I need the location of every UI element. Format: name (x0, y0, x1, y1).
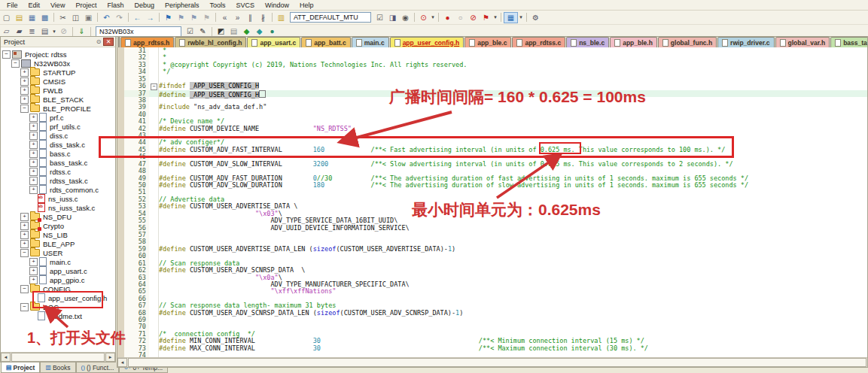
rebuild-icon[interactable]: ≣ (26, 26, 38, 37)
workspace-tab--funct-[interactable]: ()() Funct... (76, 362, 120, 373)
editor-hscrollbar[interactable]: ◂ (117, 357, 867, 367)
new-file-icon[interactable]: ▢ (0, 12, 13, 23)
cut-icon[interactable]: ✂ (56, 12, 69, 23)
batch-build-icon[interactable]: ▤ (38, 26, 51, 37)
code-line[interactable]: 31 * (117, 47, 867, 54)
find-dropdown[interactable]: ▾ (430, 14, 436, 20)
code-line[interactable]: 42#define CUSTOM_DEVICE_NAME "NS_RDTSS" (117, 126, 867, 132)
editor-tab-app-user-config-h[interactable]: app_user_config.h (390, 37, 464, 47)
flash-download-icon[interactable]: ⇓ (75, 26, 88, 37)
editor-tab-app-rdtss-c[interactable]: app_rdtss.c (512, 37, 565, 47)
menu-file[interactable]: File (2, 2, 23, 9)
code-line[interactable]: 33 * @copyright Copyright (c) 2019, Nati… (117, 62, 867, 68)
menu-peripherals[interactable]: Peripherals (160, 2, 205, 9)
manage-rte-icon[interactable]: ◩ (215, 26, 227, 37)
expand-icon[interactable]: + (20, 240, 29, 248)
save-icon[interactable]: ▦ (26, 12, 38, 23)
expand-icon[interactable]: + (29, 258, 38, 266)
collapse-icon[interactable]: − (20, 303, 29, 311)
nav-back-icon[interactable]: ← (131, 12, 144, 23)
tree-item-ns-lib[interactable]: +NS_LIB (1, 230, 115, 239)
pack-web-icon[interactable]: ● (266, 26, 279, 37)
code-line[interactable]: 73#define MAX_CONN_INTERVAL 30 /**< Maxi… (117, 345, 867, 352)
tree-item-ble-app[interactable]: +BLE_APP (1, 239, 115, 248)
build-icon[interactable]: ▰ (13, 26, 26, 37)
tree-item-crypto[interactable]: +Crypto (1, 221, 115, 230)
scroll-left-icon[interactable]: ◂ (1, 353, 11, 362)
windows-dropdown[interactable]: ▾ (518, 14, 524, 20)
editor-tab-global-var-h[interactable]: global_var.h (775, 37, 830, 47)
tree-item-ns-iuss-c[interactable]: ns_iuss.c (1, 194, 115, 203)
editor-tab-app-ble-h[interactable]: app_ble.h (610, 37, 657, 47)
menu-debug[interactable]: Debug (129, 2, 160, 9)
translate-icon[interactable]: ▱ (0, 26, 13, 37)
save-all-icon[interactable]: ▩ (38, 12, 51, 23)
tree-item-n32wb03x[interactable]: −N32WB03x (1, 59, 115, 68)
expand-icon[interactable]: + (29, 168, 38, 176)
expand-icon[interactable]: + (29, 177, 38, 185)
tree-item-ns-iuss-task-c[interactable]: ns_iuss_task.c (1, 203, 115, 212)
tree-item-app-gpio-c[interactable]: +app_gpio.c (1, 275, 115, 284)
code-line[interactable]: 59#define CUSTOM_USER_ADVERTISE_DATA_LEN… (117, 246, 867, 253)
tree-item-doc[interactable]: −DOC (1, 302, 115, 311)
comment-icon[interactable]: ∥ (244, 12, 257, 23)
expand-icon[interactable]: + (29, 123, 38, 131)
editor-tab-app-ble-c[interactable]: app_ble.c (464, 37, 511, 47)
scroll-thumb[interactable] (128, 358, 866, 367)
code-line[interactable]: 37#define _APP_USER_CONFIG_H (117, 90, 867, 97)
expand-icon[interactable]: + (29, 186, 38, 194)
tree-item-project-rdtss[interactable]: −Project: rdtss (1, 50, 115, 59)
stop-build-icon[interactable]: ⊘ (57, 26, 70, 37)
menu-project[interactable]: Project (70, 2, 102, 9)
expand-icon[interactable]: + (20, 77, 29, 86)
search-checkbox-icon[interactable]: ☑ (373, 12, 386, 23)
close-icon[interactable]: ✕ (103, 38, 114, 46)
uncomment-icon[interactable]: ∦ (257, 12, 270, 23)
editor-tab-app-usart-c[interactable]: app_usart.c (247, 37, 300, 47)
tree-item-rdts-common-c[interactable]: +rdts_common.c (1, 185, 115, 194)
scroll-thumb[interactable] (11, 353, 105, 362)
collapse-icon[interactable]: − (20, 249, 29, 257)
code-line[interactable]: 56 ADV_UUID_DEVICE_INFORMATION_SERVICE\ (117, 225, 867, 232)
code-line[interactable]: 45#define CUSTOM_ADV_FAST_INTERVAL 160 /… (117, 147, 867, 153)
editor-tab-rwble-hl-config-h[interactable]: rwble_hl_config.h (175, 37, 246, 47)
tree-item-app-usart-c[interactable]: +app_usart.c (1, 266, 115, 275)
wrench-icon[interactable]: ⚙ (529, 12, 542, 23)
menu-tools[interactable]: Tools (204, 2, 230, 9)
code-line[interactable]: 57 (117, 232, 867, 238)
tree-item-main-c[interactable]: +main.c (1, 257, 115, 266)
tree-item-startup[interactable]: +STARTUP (1, 68, 115, 77)
tree-item-bass-c[interactable]: +bass.c (1, 149, 115, 158)
code-line[interactable]: 69 (117, 317, 867, 323)
bookmark-clear-icon[interactable]: ⚑ (200, 12, 213, 23)
target-checkbox-icon[interactable]: ☑ (184, 26, 196, 37)
tree-item-prf-c[interactable]: +prf.c (1, 113, 115, 122)
code-line[interactable]: 39#include "ns_adv_data_def.h" (117, 104, 867, 111)
editor-tab-app-rdtss-h[interactable]: app_rdtss.h (120, 37, 174, 47)
menu-help[interactable]: Help (294, 2, 319, 9)
tree-item-rdtss-task-c[interactable]: +rdtss_task.c (1, 176, 115, 185)
code-line[interactable]: 50#define CUSTOM_ADV_SLOW_DURATION 180 /… (117, 182, 867, 189)
bookmark-next-icon[interactable]: ⚑ (187, 12, 200, 23)
pack-installer-icon[interactable]: ◆ (240, 26, 253, 37)
copy-icon[interactable]: ◫ (69, 12, 82, 23)
undo-icon[interactable]: ↶ (100, 12, 113, 23)
code-line[interactable]: 65 "\xff\xffNations" (117, 288, 867, 295)
find-icon[interactable]: ⊙ (417, 12, 430, 23)
expand-icon[interactable]: + (29, 132, 38, 140)
breakpoint-disable-icon[interactable]: ⊘ (467, 12, 480, 23)
menu-svcs[interactable]: SVCS (231, 2, 260, 9)
collapse-icon[interactable]: − (2, 50, 11, 59)
bookmark-prev-icon[interactable]: ⚑ (175, 12, 187, 23)
code-line[interactable]: 47#define CUSTOM_ADV_SLOW_INTERVAL 3200 … (117, 161, 867, 168)
expand-icon[interactable]: + (20, 222, 29, 230)
tree-item-readme-txt[interactable]: readme.txt (1, 311, 115, 320)
manage-devices-icon[interactable]: ◆ (253, 26, 266, 37)
copy-tool-icon[interactable]: ▤ (227, 26, 240, 37)
tree-item-app-user-config-h[interactable]: app_user_config.h (1, 293, 115, 302)
tree-item-config[interactable]: −CONFIG (1, 284, 115, 293)
editor-tab-app-batt-c[interactable]: app_batt.c (301, 37, 351, 47)
expand-icon[interactable]: + (20, 231, 29, 239)
collapse-icon[interactable]: − (20, 285, 29, 293)
workspace-tab-books[interactable]: ▥Books (40, 362, 75, 373)
